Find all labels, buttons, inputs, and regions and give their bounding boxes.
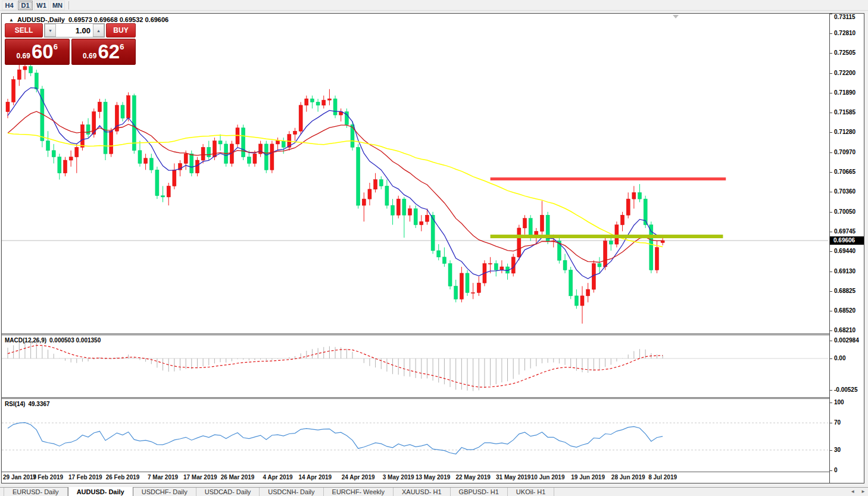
price-axis-tick-tick [830, 212, 832, 213]
rsi-chart-canvas[interactable] [2, 399, 829, 472]
macd-axis-tick-tick [830, 341, 832, 341]
sell-button[interactable]: SELL [5, 23, 43, 38]
tab-eurchf-weekly[interactable]: EURCHF- Weekly [324, 488, 394, 496]
tab-audusd-daily[interactable]: AUDUSD- Daily [68, 487, 133, 496]
macd-name: MACD(12,26,9) [5, 337, 46, 344]
tab-scroll-right-icon[interactable]: ► [861, 489, 866, 494]
rsi-name: RSI(14) [5, 401, 25, 407]
rsi-axis-tick: 0 [834, 467, 838, 473]
date-axis-label: 14 Apr 2019 [298, 474, 332, 481]
tab-scroll-controls: ◄ ► [850, 489, 866, 494]
rsi-axis-tick-tick [830, 423, 832, 423]
price-axis-tick: 0.68520 [834, 307, 855, 314]
price-axis-tick: 0.69440 [834, 248, 855, 254]
price-axis-tick: 0.68210 [834, 327, 855, 333]
price-axis-tick-tick [830, 132, 832, 133]
price-axis-tick: 0.72200 [834, 70, 855, 76]
rsi-value: 49.3367 [28, 401, 49, 407]
price-axis-tick-tick [830, 311, 832, 311]
price-axis-tick: 0.72505 [834, 49, 855, 56]
collapse-icon[interactable]: ▲ [9, 17, 14, 23]
price-axis-tick-tick [830, 251, 832, 252]
date-axis-label: 17 Feb 2019 [68, 474, 102, 481]
chart-ohlc-values: 0.69573 0.69668 0.69532 0.69606 [68, 16, 168, 23]
chart-title: ▲ AUDUSD-,Daily 0.69573 0.69668 0.69532 … [9, 16, 168, 23]
tab-xauusd-h1[interactable]: XAUUSD- H1 [394, 488, 451, 496]
macd-histogram [8, 340, 663, 391]
price-axis-tick: 0.70050 [834, 208, 855, 215]
macd-indicator-label: MACD(12,26,9)0.000503 0.001350 [5, 337, 104, 344]
rsi-line [8, 423, 663, 454]
candlestick-series [6, 63, 664, 323]
volume-increase-icon[interactable]: ▲ [93, 24, 104, 37]
price-axis-tick: 0.69130 [834, 268, 855, 274]
date-axis-label: 24 Apr 2019 [342, 474, 375, 481]
date-axis[interactable]: 29 Jan 20197 Feb 201917 Feb 201926 Feb 2… [2, 472, 828, 483]
buy-price-big: 62 [98, 40, 120, 64]
tab-usdcad-daily[interactable]: USDCAD- Daily [196, 488, 260, 496]
timeframe-button-h4[interactable]: H4 [2, 1, 17, 10]
macd-axis-tick: 0.002984 [834, 337, 859, 344]
date-axis-label: 7 Mar 2019 [148, 474, 178, 481]
price-axis-tick-tick [830, 232, 832, 232]
date-axis-label: 26 Feb 2019 [106, 474, 140, 481]
macd-axis-tick: 0.00 [834, 355, 845, 361]
date-axis-label: 4 Apr 2019 [263, 474, 292, 481]
volume-decrease-icon[interactable]: ▼ [45, 24, 56, 37]
timeframe-buttons: H4D1W1MN [1, 1, 65, 10]
rsi-axis-tick-tick [830, 450, 832, 451]
tab-scroll-left-icon[interactable]: ◄ [850, 489, 855, 494]
rsi-axis-tick: 100 [834, 399, 844, 405]
tab-usdcnh-daily[interactable]: USDCNH- Daily [260, 488, 323, 496]
date-axis-label: 13 May 2019 [416, 474, 450, 481]
price-axis-tick-tick [830, 14, 832, 14]
rsi-axis-tick-tick [830, 403, 832, 403]
macd-chart-canvas[interactable] [2, 335, 829, 397]
price-axis-tick: 0.71280 [834, 129, 855, 135]
volume-input[interactable]: 1.00 [56, 24, 93, 37]
tab-ukoil-h1[interactable]: UKOil- H1 [508, 488, 555, 496]
chart-tab-bar: EURUSD- DailyAUDUSD- DailyUSDCHF- DailyU… [0, 487, 868, 496]
price-axis-tick: 0.68825 [834, 288, 855, 294]
price-axis-tick-tick [830, 330, 832, 331]
tab-usdchf-daily[interactable]: USDCHF- Daily [133, 488, 196, 496]
timeframe-button-mn[interactable]: MN [50, 1, 65, 10]
buy-price-prefix: 0.69 [83, 52, 96, 60]
date-axis-label: 31 May 2019 [496, 474, 530, 481]
timeframe-button-w1[interactable]: W1 [34, 1, 49, 10]
sell-price-big: 60 [32, 40, 54, 64]
chart-symbol-label: AUDUSD-,Daily [17, 16, 65, 23]
volume-stepper: ▼ 1.00 ▲ [44, 23, 105, 38]
price-axis-tick-tick [830, 272, 832, 272]
chart-shift-marker-icon[interactable] [673, 15, 679, 18]
price-axis-tick: 0.71890 [834, 89, 855, 96]
date-axis-label: 7 Feb 2019 [33, 474, 63, 481]
date-axis-label: 22 May 2019 [455, 474, 490, 481]
sell-price-tile[interactable]: 0.69 60 6 [5, 39, 70, 65]
buy-button[interactable]: BUY [106, 23, 136, 38]
price-axis-tick: 0.72810 [834, 30, 855, 36]
price-axis-tick-tick [830, 73, 832, 74]
date-axis-label: 29 Jan 2019 [3, 474, 36, 481]
rsi-axis-tick: 30 [834, 447, 841, 453]
price-axis[interactable]: 0.69606 0.731150.728100.725050.722000.71… [829, 14, 864, 483]
price-axis-tick: 0.69745 [834, 228, 855, 235]
tab-gbpusd-h1[interactable]: GBPUSD- H1 [451, 488, 508, 496]
price-axis-tick: 0.70665 [834, 169, 855, 175]
price-axis-tick: 0.73115 [834, 14, 855, 20]
support-line[interactable] [491, 235, 723, 238]
sell-price-prefix: 0.69 [17, 52, 30, 60]
price-axis-tick-tick [830, 172, 832, 173]
price-axis-tick-tick [830, 93, 832, 93]
toolbar-separator [68, 1, 69, 10]
price-axis-tick-tick [830, 53, 832, 54]
date-axis-label: 26 Mar 2019 [221, 474, 255, 481]
tab-eurusd-daily[interactable]: EURUSD- Daily [4, 488, 68, 496]
resistance-line[interactable] [491, 177, 726, 180]
current-price-tag: 0.69606 [830, 236, 864, 245]
buy-price-tile[interactable]: 0.69 62 6 [71, 39, 136, 65]
timeframe-button-d1[interactable]: D1 [18, 1, 33, 10]
chart-window: ▲ AUDUSD-,Daily 0.69573 0.69668 0.69532 … [1, 13, 864, 483]
date-axis-label: 8 Jul 2019 [648, 474, 677, 481]
timeframe-toolbar: H4D1W1MN [0, 0, 868, 11]
